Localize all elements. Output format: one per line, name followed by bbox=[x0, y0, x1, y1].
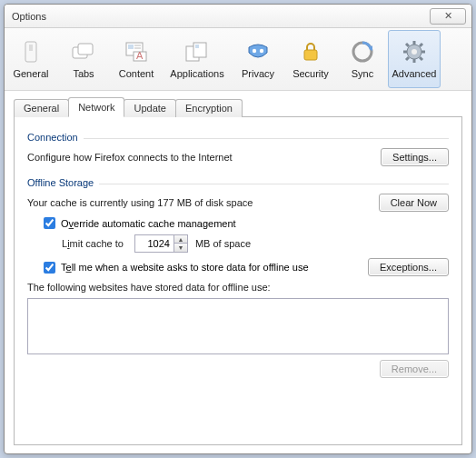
cache-desc: Your cache is currently using 177 MB of … bbox=[27, 197, 253, 208]
tell-row: Tell me when a website asks to store dat… bbox=[44, 258, 449, 276]
svg-point-13 bbox=[253, 49, 256, 53]
group-label: Connection bbox=[27, 132, 78, 143]
category-toolbar: General Tabs A Content Applications Priv… bbox=[5, 28, 471, 91]
limit-spinner[interactable]: ▲▼ bbox=[134, 234, 188, 253]
spinner-buttons[interactable]: ▲▼ bbox=[174, 235, 187, 252]
limit-row: Limit cache to ▲▼ MB of space bbox=[62, 234, 449, 253]
dialog-footer: OK Cancel Help bbox=[5, 454, 471, 458]
content-icon: A bbox=[124, 39, 149, 65]
limit-unit: MB of space bbox=[195, 238, 251, 249]
divider bbox=[99, 184, 449, 184]
close-icon: ✕ bbox=[444, 10, 452, 22]
category-privacy[interactable]: Privacy bbox=[232, 30, 284, 88]
category-label: Applications bbox=[170, 68, 223, 79]
svg-text:A: A bbox=[136, 50, 144, 61]
tab-network[interactable]: Network bbox=[68, 97, 124, 117]
svg-rect-15 bbox=[304, 50, 317, 60]
window-close-button[interactable]: ✕ bbox=[430, 8, 466, 25]
category-label: Tabs bbox=[73, 68, 94, 79]
tab-label: Encryption bbox=[185, 103, 233, 114]
content-area: General Network Update Encryption Connec… bbox=[5, 91, 471, 454]
svg-line-24 bbox=[406, 44, 409, 46]
category-label: Sync bbox=[352, 68, 373, 79]
tab-label: Network bbox=[78, 102, 114, 113]
override-row: Override automatic cache management bbox=[44, 217, 449, 229]
category-security[interactable]: Security bbox=[284, 30, 337, 88]
override-checkbox[interactable] bbox=[44, 217, 55, 229]
tab-general[interactable]: General bbox=[14, 99, 69, 117]
button-label: Clear Now bbox=[391, 197, 437, 208]
tab-label: Update bbox=[134, 103, 165, 114]
tell-label[interactable]: Tell me when a website asks to store dat… bbox=[61, 262, 309, 273]
svg-point-19 bbox=[412, 49, 417, 55]
tab-encryption[interactable]: Encryption bbox=[175, 99, 243, 117]
category-sync[interactable]: Sync bbox=[337, 30, 388, 88]
svg-point-14 bbox=[260, 49, 263, 53]
category-general[interactable]: General bbox=[5, 30, 57, 88]
stored-label: The following websites have stored data … bbox=[27, 282, 271, 293]
offline-heading: Offline Storage bbox=[27, 177, 449, 188]
remove-button: Remove... bbox=[380, 360, 449, 378]
category-label: Privacy bbox=[242, 68, 274, 79]
options-window: Options ✕ General Tabs A Content Applica… bbox=[4, 4, 472, 454]
gear-icon bbox=[402, 39, 427, 65]
button-label: Exceptions... bbox=[380, 262, 437, 273]
applications-icon bbox=[184, 39, 210, 65]
group-label: Offline Storage bbox=[27, 177, 94, 188]
category-label: General bbox=[13, 68, 48, 79]
svg-rect-12 bbox=[195, 45, 199, 48]
button-label: Settings... bbox=[392, 152, 437, 163]
offline-sites-listbox[interactable] bbox=[27, 298, 449, 354]
button-label: Remove... bbox=[392, 363, 437, 374]
window-title: Options bbox=[12, 11, 46, 22]
svg-rect-1 bbox=[29, 45, 33, 51]
category-label: Advanced bbox=[392, 68, 437, 79]
tell-checkbox[interactable] bbox=[44, 262, 55, 274]
limit-label: Limit cache to bbox=[62, 238, 124, 249]
svg-line-25 bbox=[420, 57, 422, 60]
svg-rect-3 bbox=[78, 44, 93, 55]
network-panel: Connection Configure how Firefox connect… bbox=[14, 116, 462, 445]
sub-tab-row: General Network Update Encryption bbox=[14, 96, 462, 116]
category-advanced[interactable]: Advanced bbox=[388, 30, 441, 88]
divider bbox=[84, 138, 449, 139]
category-label: Security bbox=[293, 68, 329, 79]
titlebar: Options ✕ bbox=[5, 5, 471, 28]
switch-icon bbox=[18, 39, 44, 65]
category-content[interactable]: A Content bbox=[110, 30, 163, 88]
svg-rect-5 bbox=[128, 45, 134, 49]
override-label[interactable]: Override automatic cache management bbox=[61, 218, 236, 229]
mask-icon bbox=[245, 39, 271, 65]
tab-label: General bbox=[24, 103, 59, 114]
clear-now-button[interactable]: Clear Now bbox=[379, 194, 449, 212]
connection-heading: Connection bbox=[27, 132, 449, 143]
limit-input[interactable] bbox=[135, 236, 174, 251]
tab-update[interactable]: Update bbox=[124, 99, 175, 117]
settings-button[interactable]: Settings... bbox=[381, 148, 449, 166]
spin-down-icon[interactable]: ▼ bbox=[174, 244, 187, 252]
sync-icon bbox=[350, 39, 375, 65]
category-applications[interactable]: Applications bbox=[163, 30, 232, 88]
svg-line-26 bbox=[420, 44, 422, 46]
tabs-icon bbox=[71, 39, 96, 65]
category-label: Content bbox=[119, 68, 154, 79]
category-tabs[interactable]: Tabs bbox=[57, 30, 110, 88]
svg-line-27 bbox=[406, 57, 409, 60]
exceptions-button[interactable]: Exceptions... bbox=[368, 258, 449, 276]
connection-desc: Configure how Firefox connects to the In… bbox=[27, 152, 233, 163]
lock-icon bbox=[298, 39, 323, 65]
spin-up-icon[interactable]: ▲ bbox=[174, 235, 187, 244]
